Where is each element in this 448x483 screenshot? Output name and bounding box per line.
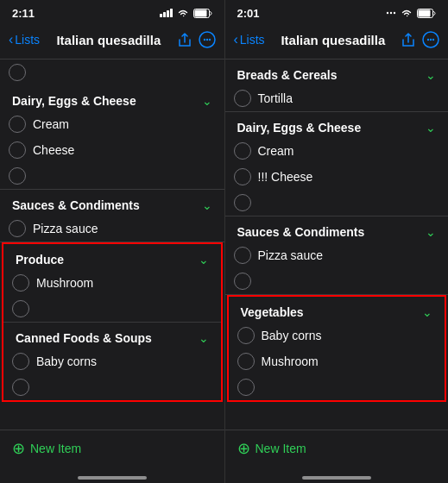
chevron-produce-left[interactable]: ⌄ bbox=[199, 253, 209, 267]
item-circle-mushroom-left[interactable] bbox=[12, 274, 29, 292]
section-title-vegetables-right: Vegetables bbox=[241, 305, 304, 319]
empty-circle-dairy-right bbox=[234, 194, 251, 211]
empty-circle-sauces-right bbox=[234, 273, 251, 290]
home-indicator-right bbox=[225, 466, 449, 483]
item-circle-pizza-left[interactable] bbox=[9, 220, 26, 237]
list-item-babycorns-right: Baby corns bbox=[229, 323, 445, 348]
section-title-canned-left: Canned Foods & Soups bbox=[16, 331, 152, 345]
list-item-cream-right: Cream bbox=[225, 138, 449, 164]
chevron-sauces-left[interactable]: ⌄ bbox=[202, 198, 212, 212]
highlight-box-left: Produce ⌄ Mushroom Canned Foods & Soups … bbox=[2, 242, 223, 402]
status-bar-left: 2:11 bbox=[0, 0, 224, 24]
battery-icon bbox=[193, 9, 212, 18]
content-left: Dairy, Eggs & Cheese ⌄ Cream Cheese Sauc… bbox=[0, 60, 224, 430]
home-bar-left bbox=[78, 476, 147, 480]
chevron-vegetables-right[interactable]: ⌄ bbox=[422, 305, 432, 319]
status-icons-left bbox=[160, 9, 212, 18]
empty-row-top-left bbox=[0, 60, 224, 85]
svg-point-11 bbox=[390, 12, 392, 14]
empty-row-sauces-right bbox=[225, 268, 449, 294]
back-label-left: Lists bbox=[15, 33, 40, 47]
list-item-pizza-left: Pizza sauce bbox=[0, 216, 224, 242]
status-bar-right: 2:01 bbox=[225, 0, 449, 24]
item-circle-mushroom-right[interactable] bbox=[237, 353, 255, 370]
item-circle-babycorns-left[interactable] bbox=[12, 353, 29, 370]
empty-row-vegetables-right bbox=[229, 374, 445, 400]
svg-point-9 bbox=[208, 39, 210, 41]
more-icon-right[interactable] bbox=[422, 31, 439, 48]
nav-title-right: Italian quesadilla bbox=[281, 33, 385, 47]
chevron-breads-right[interactable]: ⌄ bbox=[426, 68, 436, 82]
plus-icon-left: ⊕ bbox=[12, 439, 25, 458]
item-circle-cream-right[interactable] bbox=[234, 142, 251, 160]
item-text-cream-left: Cream bbox=[33, 117, 69, 131]
section-dairy-right: Dairy, Eggs & Cheese ⌄ bbox=[225, 112, 449, 138]
share-icon-left[interactable] bbox=[178, 32, 192, 47]
section-sauces-left: Sauces & Condiments ⌄ bbox=[0, 190, 224, 216]
item-circle-pizza-right[interactable] bbox=[234, 247, 251, 264]
time-left: 2:11 bbox=[12, 7, 35, 20]
empty-circle-canned-left bbox=[12, 379, 29, 396]
highlight-box-right: Vegetables ⌄ Baby corns Mushroom bbox=[227, 295, 447, 402]
item-circle-tortilla-right[interactable] bbox=[234, 90, 251, 107]
item-text-mushroom-right: Mushroom bbox=[262, 354, 319, 368]
content-right: Breads & Cereals ⌄ Tortilla Dairy, Eggs … bbox=[225, 60, 449, 430]
item-circle-cheese-left[interactable] bbox=[9, 141, 26, 159]
item-text-babycorns-left: Baby corns bbox=[36, 354, 97, 368]
time-right: 2:01 bbox=[237, 7, 260, 20]
battery-icon-right bbox=[417, 9, 436, 18]
nav-title-left: Italian quesadilla bbox=[56, 33, 161, 47]
svg-point-18 bbox=[432, 39, 434, 41]
section-dairy-left: Dairy, Eggs & Cheese ⌄ bbox=[0, 85, 224, 111]
svg-point-16 bbox=[427, 39, 429, 41]
section-title-sauces-right: Sauces & Condiments bbox=[237, 225, 365, 239]
svg-rect-14 bbox=[419, 9, 431, 16]
left-panel: 2:11 ‹ Lis bbox=[0, 0, 224, 483]
section-title-produce-left: Produce bbox=[16, 253, 64, 267]
list-item-cheese-left: Cheese bbox=[0, 137, 224, 163]
more-icon-left[interactable] bbox=[199, 31, 216, 48]
section-title-dairy-left: Dairy, Eggs & Cheese bbox=[12, 94, 136, 108]
item-circle-cheese-right[interactable] bbox=[234, 168, 251, 185]
list-item-tortilla-right: Tortilla bbox=[225, 85, 449, 111]
section-vegetables-right: Vegetables ⌄ bbox=[229, 297, 445, 323]
chevron-sauces-right[interactable]: ⌄ bbox=[426, 225, 436, 239]
list-item-babycorns-left: Baby corns bbox=[3, 348, 221, 374]
item-circle-cream-left[interactable] bbox=[9, 116, 26, 133]
svg-point-7 bbox=[203, 39, 205, 41]
section-title-dairy-right: Dairy, Eggs & Cheese bbox=[237, 121, 362, 135]
list-item-cream-left: Cream bbox=[0, 111, 224, 137]
right-panel: 2:01 ‹ Lists Italian quesadilla bbox=[224, 0, 449, 483]
share-icon-right[interactable] bbox=[401, 32, 415, 47]
nav-bar-right: ‹ Lists Italian quesadilla bbox=[225, 24, 449, 59]
new-item-button-left[interactable]: ⊕ New Item bbox=[12, 439, 81, 458]
wifi-icon bbox=[177, 9, 189, 17]
item-circle-babycorns-right[interactable] bbox=[237, 327, 255, 344]
item-text-pizza-left: Pizza sauce bbox=[33, 222, 98, 235]
svg-rect-5 bbox=[194, 9, 206, 16]
back-button-left[interactable]: ‹ Lists bbox=[9, 32, 40, 47]
new-item-label-right: New Item bbox=[256, 442, 306, 455]
svg-point-10 bbox=[387, 12, 388, 14]
bottom-bar-right: ⊕ New Item bbox=[225, 430, 449, 466]
list-item-cheese-right: !!! Cheese bbox=[225, 164, 449, 190]
item-text-cheese-right: !!! Cheese bbox=[258, 170, 313, 184]
item-text-cream-right: Cream bbox=[258, 144, 294, 158]
empty-row-produce-left bbox=[3, 296, 221, 322]
section-title-sauces-left: Sauces & Condiments bbox=[12, 198, 140, 212]
svg-rect-2 bbox=[167, 10, 169, 17]
empty-circle-top-left bbox=[9, 64, 26, 81]
chevron-dairy-left[interactable]: ⌄ bbox=[202, 94, 212, 108]
bottom-bar-left: ⊕ New Item bbox=[0, 430, 224, 466]
empty-circle-vegetables-right bbox=[237, 379, 255, 396]
new-item-button-right[interactable]: ⊕ New Item bbox=[237, 439, 306, 458]
chevron-dairy-right[interactable]: ⌄ bbox=[426, 121, 436, 135]
signal-icon bbox=[160, 9, 173, 17]
section-produce-left: Produce ⌄ bbox=[3, 244, 221, 270]
back-button-right[interactable]: ‹ Lists bbox=[234, 32, 265, 47]
empty-circle-produce-left bbox=[12, 300, 29, 317]
nav-actions-left bbox=[178, 31, 216, 48]
item-text-cheese-left: Cheese bbox=[33, 143, 74, 157]
chevron-canned-left[interactable]: ⌄ bbox=[199, 331, 209, 345]
dots-icon-right bbox=[386, 9, 396, 16]
